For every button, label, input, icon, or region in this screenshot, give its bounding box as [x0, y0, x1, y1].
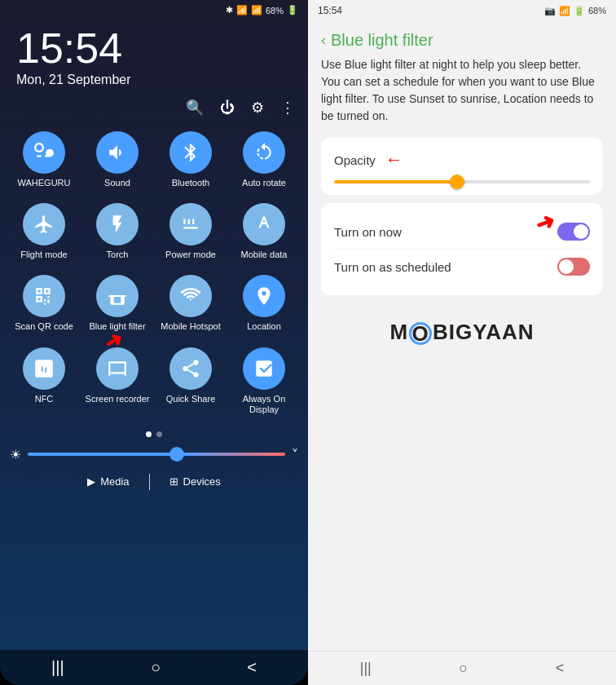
devices-button[interactable]: ⊞ Devices: [169, 475, 221, 488]
power-icon[interactable]: ⏻: [220, 99, 235, 117]
back-arrow[interactable]: ‹: [321, 32, 326, 49]
tile-bluetooth[interactable]: Bluetooth: [155, 125, 227, 195]
tile-screenrecorder-label: Screen recorder: [86, 394, 150, 404]
toggle-knob-off: [559, 259, 574, 274]
sound-circle: [96, 131, 139, 174]
battery-right-icon: 🔋: [574, 6, 585, 16]
quick-icons-grid: WAHEGURU Sound Bluetooth Auto rotate: [0, 122, 308, 425]
battery-pct: 68%: [588, 6, 606, 15]
toggle-card: ➜ Turn on now Turn on as scheduled: [321, 203, 603, 295]
tile-autorotate-label: Auto rotate: [242, 178, 286, 188]
tile-location[interactable]: Location: [228, 268, 300, 338]
tile-sound[interactable]: Sound: [81, 125, 153, 195]
logo-o: O: [409, 322, 432, 345]
tile-scanqr[interactable]: Scan QR code: [8, 268, 80, 338]
right-nav-back[interactable]: |||: [360, 660, 372, 677]
turn-on-scheduled-label: Turn on as scheduled: [334, 260, 451, 274]
more-options-icon[interactable]: ⋮: [280, 99, 295, 117]
torch-circle: [96, 203, 139, 245]
tile-bluelight[interactable]: Blue light filter ➜: [81, 268, 153, 338]
turn-on-now-row: Turn on now: [334, 214, 590, 249]
brightness-icon: ☀: [10, 447, 21, 462]
chevron-down-icon[interactable]: ˅: [292, 447, 298, 462]
powermode-circle: [169, 203, 212, 245]
battery-icon: 🔋: [287, 5, 298, 15]
camera-icon: 📷: [544, 6, 556, 16]
tile-mobiledata[interactable]: Mobile data: [228, 197, 300, 267]
quick-settings-header: 🔍 ⏻ ⚙ ⋮: [0, 91, 308, 122]
opacity-arrow: ←: [385, 149, 403, 170]
settings-icon[interactable]: ⚙: [251, 99, 264, 117]
autorotate-circle: [243, 131, 285, 174]
tile-mobiledata-label: Mobile data: [241, 250, 288, 260]
left-nav-bar: ||| ○ <: [0, 650, 308, 685]
quickshare-circle: [169, 347, 212, 390]
tile-flightmode-label: Flight mode: [20, 250, 67, 260]
tile-nfc-label: NFC: [35, 394, 54, 404]
bluetooth-circle: [169, 131, 212, 174]
media-button[interactable]: ▶ Media: [87, 475, 129, 488]
description-text: Use Blue light filter at night to help y…: [321, 56, 603, 125]
right-nav-bar: ||| ○ <: [308, 651, 616, 685]
clock-time: 15:54: [16, 27, 292, 69]
tile-bluelight-label: Blue light filter: [89, 321, 145, 332]
battery-text: 68%: [266, 6, 284, 15]
tile-quickshare[interactable]: Quick Share: [155, 341, 227, 422]
dot-1: [146, 431, 152, 437]
nav-home-icon[interactable]: ○: [151, 658, 161, 677]
mobiledata-circle: [243, 203, 285, 245]
right-status-bar: 15:54 📷 📶 🔋 68%: [308, 0, 616, 21]
signal-icon: 📶: [251, 5, 262, 15]
wifi-icon: 📶: [236, 5, 248, 15]
flightmode-circle: [23, 203, 65, 245]
turn-on-now-toggle[interactable]: [557, 223, 590, 241]
search-icon[interactable]: 🔍: [186, 99, 204, 117]
dot-2: [156, 431, 162, 437]
tile-flightmode[interactable]: Flight mode: [8, 197, 80, 267]
opacity-thumb: [450, 175, 464, 189]
tile-nfc[interactable]: NFC: [8, 341, 80, 422]
devices-icon: ⊞: [169, 475, 178, 488]
brightness-slider[interactable]: [28, 453, 285, 456]
media-divider: [149, 474, 150, 490]
tile-torch-label: Torch: [107, 250, 129, 260]
tile-alwayson[interactable]: Always On Display: [228, 341, 300, 422]
page-dots: [0, 425, 308, 444]
tile-waheguru[interactable]: WAHEGURU: [8, 125, 80, 195]
clock-area: 15:54 Mon, 21 September: [0, 20, 308, 91]
turn-on-scheduled-row: Turn on as scheduled: [334, 249, 590, 284]
tile-autorotate[interactable]: Auto rotate: [228, 125, 300, 195]
tile-hotspot-label: Mobile Hotspot: [161, 321, 220, 332]
nav-back-icon[interactable]: |||: [51, 658, 64, 677]
nfc-circle: [23, 347, 65, 390]
tile-hotspot[interactable]: Mobile Hotspot: [155, 268, 227, 338]
right-time: 15:54: [318, 5, 342, 16]
nav-recent-icon[interactable]: <: [247, 658, 257, 677]
devices-label: Devices: [183, 475, 221, 488]
tile-powermode[interactable]: Power mode: [155, 197, 227, 267]
left-status-bar: ✱ 📶 📶 68% 🔋: [0, 0, 308, 20]
logo-text: MOBIGYAAN: [389, 320, 534, 345]
page-title: Blue light filter: [331, 31, 433, 50]
right-nav-home[interactable]: ○: [459, 660, 468, 677]
logo-area: MOBIGYAAN: [321, 303, 603, 361]
turn-on-scheduled-toggle[interactable]: [557, 258, 590, 276]
brightness-row: ☀ ˅: [0, 444, 308, 466]
signal-icon: 📶: [559, 6, 570, 16]
right-nav-recent[interactable]: <: [556, 660, 565, 677]
tile-screenrecorder[interactable]: Screen recorder: [81, 341, 153, 422]
tile-torch[interactable]: Torch: [81, 197, 153, 267]
tile-alwayson-label: Always On Display: [231, 394, 297, 415]
turn-on-now-label: Turn on now: [334, 225, 402, 239]
scanqr-circle: [23, 275, 65, 317]
bluetooth-icon: ✱: [226, 5, 233, 15]
brightness-thumb: [169, 447, 184, 462]
right-status-icons: 📷 📶 🔋 68%: [544, 6, 606, 16]
opacity-slider[interactable]: [334, 180, 590, 183]
bluelight-circle: [96, 275, 139, 317]
tile-scanqr-label: Scan QR code: [15, 321, 73, 332]
right-content: ‹ Blue light filter Use Blue light filte…: [308, 21, 616, 651]
tile-location-label: Location: [247, 321, 281, 332]
tile-sound-label: Sound: [104, 178, 130, 188]
tile-powermode-label: Power mode: [165, 250, 216, 260]
